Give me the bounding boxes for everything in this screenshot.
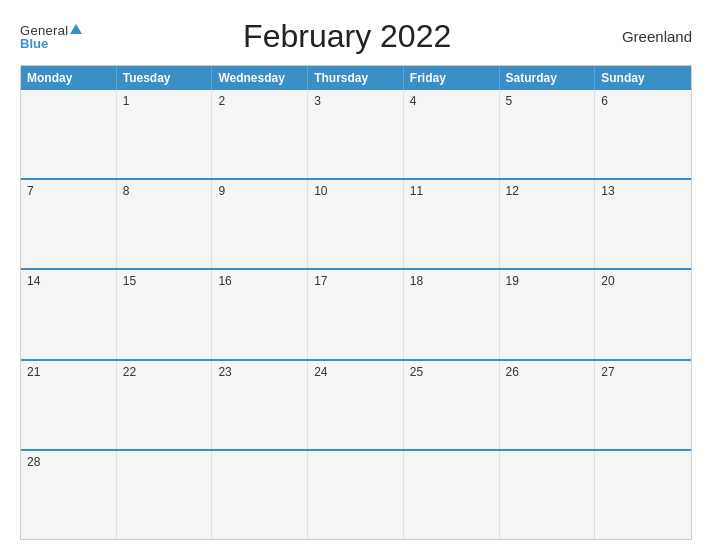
calendar-cell — [21, 90, 117, 178]
calendar-cell: 11 — [404, 180, 500, 268]
day-number: 4 — [410, 94, 493, 108]
calendar-cell: 22 — [117, 361, 213, 449]
calendar-cell: 10 — [308, 180, 404, 268]
weekday-header: Sunday — [595, 66, 691, 90]
calendar-cell: 5 — [500, 90, 596, 178]
page: General Blue February 2022 Greenland Mon… — [0, 0, 712, 550]
calendar-cell: 3 — [308, 90, 404, 178]
calendar-cell — [404, 451, 500, 539]
calendar-week: 28 — [21, 449, 691, 539]
day-number: 17 — [314, 274, 397, 288]
day-number: 22 — [123, 365, 206, 379]
calendar-cell: 8 — [117, 180, 213, 268]
calendar-cell: 2 — [212, 90, 308, 178]
day-number: 3 — [314, 94, 397, 108]
calendar-cell — [117, 451, 213, 539]
day-number: 25 — [410, 365, 493, 379]
region-label: Greenland — [612, 28, 692, 45]
calendar-title: February 2022 — [82, 18, 612, 55]
weekday-header: Friday — [404, 66, 500, 90]
day-number: 24 — [314, 365, 397, 379]
day-number: 27 — [601, 365, 685, 379]
day-number: 6 — [601, 94, 685, 108]
calendar-cell: 28 — [21, 451, 117, 539]
weekday-header: Thursday — [308, 66, 404, 90]
logo: General Blue — [20, 24, 82, 50]
calendar-cell: 23 — [212, 361, 308, 449]
weekday-header: Wednesday — [212, 66, 308, 90]
calendar-cell — [500, 451, 596, 539]
logo-triangle-icon — [70, 24, 82, 34]
weekday-header: Tuesday — [117, 66, 213, 90]
day-number: 18 — [410, 274, 493, 288]
day-number: 9 — [218, 184, 301, 198]
calendar-cell: 12 — [500, 180, 596, 268]
day-number: 10 — [314, 184, 397, 198]
calendar-week: 123456 — [21, 90, 691, 178]
calendar-cell: 27 — [595, 361, 691, 449]
day-number: 23 — [218, 365, 301, 379]
calendar-week: 21222324252627 — [21, 359, 691, 449]
calendar-cell: 15 — [117, 270, 213, 358]
calendar-cell: 16 — [212, 270, 308, 358]
calendar-cell: 18 — [404, 270, 500, 358]
calendar-cell: 7 — [21, 180, 117, 268]
header: General Blue February 2022 Greenland — [20, 18, 692, 55]
calendar-cell: 21 — [21, 361, 117, 449]
day-number: 15 — [123, 274, 206, 288]
day-number: 16 — [218, 274, 301, 288]
calendar-cell — [212, 451, 308, 539]
day-number: 26 — [506, 365, 589, 379]
day-number: 28 — [27, 455, 110, 469]
weekday-header: Saturday — [500, 66, 596, 90]
calendar-cell: 13 — [595, 180, 691, 268]
calendar-cell: 19 — [500, 270, 596, 358]
calendar-cell: 24 — [308, 361, 404, 449]
day-number: 19 — [506, 274, 589, 288]
calendar-week: 78910111213 — [21, 178, 691, 268]
calendar-cell: 9 — [212, 180, 308, 268]
calendar-cell: 26 — [500, 361, 596, 449]
day-number: 1 — [123, 94, 206, 108]
day-number: 2 — [218, 94, 301, 108]
calendar-cell — [595, 451, 691, 539]
calendar-cell: 1 — [117, 90, 213, 178]
day-number: 14 — [27, 274, 110, 288]
calendar-cell: 25 — [404, 361, 500, 449]
weekday-header: Monday — [21, 66, 117, 90]
calendar-cell — [308, 451, 404, 539]
day-number: 11 — [410, 184, 493, 198]
calendar-cell: 20 — [595, 270, 691, 358]
calendar-cell: 4 — [404, 90, 500, 178]
calendar-week: 14151617181920 — [21, 268, 691, 358]
day-number: 20 — [601, 274, 685, 288]
logo-general-text: General — [20, 24, 68, 37]
calendar-header: MondayTuesdayWednesdayThursdayFridaySatu… — [21, 66, 691, 90]
calendar-cell: 14 — [21, 270, 117, 358]
day-number: 13 — [601, 184, 685, 198]
day-number: 7 — [27, 184, 110, 198]
calendar-body: 1234567891011121314151617181920212223242… — [21, 90, 691, 539]
calendar-cell: 17 — [308, 270, 404, 358]
calendar-cell: 6 — [595, 90, 691, 178]
logo-blue-text: Blue — [20, 37, 48, 50]
day-number: 21 — [27, 365, 110, 379]
day-number: 8 — [123, 184, 206, 198]
day-number: 5 — [506, 94, 589, 108]
day-number: 12 — [506, 184, 589, 198]
calendar: MondayTuesdayWednesdayThursdayFridaySatu… — [20, 65, 692, 540]
